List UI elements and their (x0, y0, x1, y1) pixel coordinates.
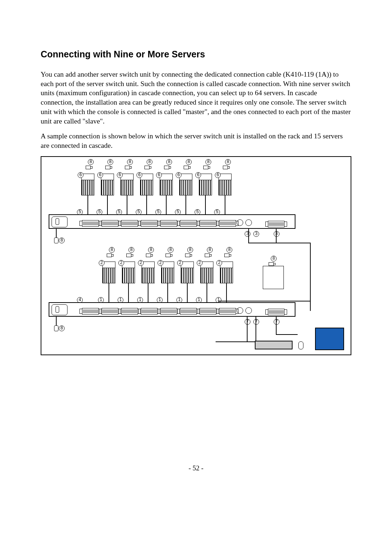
cable-line (219, 301, 219, 303)
callout-8: 8 (207, 247, 213, 253)
callout-8: 8 (59, 325, 65, 331)
port-icon (82, 220, 99, 227)
power-socket-icon (52, 304, 68, 315)
callout-2: 2 (216, 260, 222, 266)
cable-line (128, 283, 129, 302)
port-icon (160, 308, 177, 315)
cable-line (166, 195, 167, 214)
callout-2: 2 (197, 260, 203, 266)
cable-line (187, 283, 188, 302)
port-icon (102, 308, 118, 315)
master-switch-unit (49, 302, 295, 317)
ps2-port-icon (245, 219, 252, 226)
ps2-port-icon (237, 219, 243, 226)
callout-2: 2 (99, 260, 105, 266)
callout-3: 3 (245, 231, 250, 237)
callout-8: 8 (128, 247, 134, 253)
cable-line (56, 317, 57, 325)
ps2-port-icon (245, 307, 252, 314)
port-icon (121, 308, 138, 315)
plug-icon (164, 166, 169, 169)
cable-line (87, 195, 88, 214)
plug-icon (86, 166, 91, 169)
plug-icon (107, 254, 112, 257)
callout-8: 8 (59, 238, 65, 243)
document-page: Connecting with Nine or More Servers You… (0, 0, 392, 494)
paragraph-1: You can add another server switch unit b… (41, 70, 351, 126)
cable-line (276, 317, 277, 335)
port-icon (180, 308, 197, 315)
slave-switch-unit (49, 214, 295, 229)
callout-8: 8 (107, 159, 113, 165)
cable-line (276, 334, 298, 335)
callout-2: 2 (177, 260, 183, 266)
cable-line (226, 283, 227, 302)
callout-3: 3 (274, 231, 279, 237)
callout-2: 2 (158, 260, 163, 266)
cable-line (216, 341, 256, 342)
ps2-port-icon (237, 307, 243, 314)
plug-icon (126, 254, 131, 257)
keyboard-icon (255, 341, 293, 349)
port-icon (200, 220, 216, 227)
cable-line (205, 195, 206, 214)
cable-line (127, 195, 127, 214)
port-icon (160, 220, 177, 227)
port-icon (268, 309, 285, 315)
plug-icon (269, 262, 274, 266)
callout-7: 7 (274, 319, 279, 325)
mouse-icon (298, 341, 303, 349)
callout-8: 8 (187, 247, 193, 253)
callout-8: 8 (186, 159, 192, 165)
port-icon (141, 308, 158, 315)
port-icon (219, 308, 236, 315)
cable-line (167, 283, 168, 302)
cable-line (109, 283, 109, 302)
console-area (234, 304, 293, 315)
cable-line (248, 243, 311, 243)
callout-8: 8 (148, 247, 154, 253)
cable-line (107, 195, 108, 214)
callout-8: 8 (168, 247, 173, 253)
plug-icon (144, 166, 150, 169)
callout-2: 2 (138, 260, 144, 266)
port-icon (200, 308, 216, 315)
callout-6: 6 (215, 172, 221, 178)
callout-8: 8 (271, 256, 277, 262)
callout-8: 8 (147, 159, 152, 165)
callout-2: 2 (118, 260, 124, 266)
component-box (263, 266, 284, 289)
plug-icon (203, 166, 208, 169)
plug-icon (224, 254, 229, 257)
cascade-connection-diagram: 8 8 8 8 8 8 8 8 6 6 6 6 6 6 6 6 5 5 5 5 … (41, 156, 351, 355)
plug-icon (125, 166, 130, 169)
callout-8: 8 (88, 159, 94, 165)
port-icon (268, 221, 285, 227)
port-icon (82, 308, 99, 315)
callout-6: 6 (117, 172, 123, 178)
cable-line (225, 195, 225, 214)
port-icon (102, 220, 118, 227)
plug-icon (223, 166, 228, 169)
cable-line (148, 283, 148, 302)
port-icon (141, 220, 158, 227)
monitor-icon (315, 328, 344, 350)
plug-icon (105, 166, 110, 169)
cable-line (56, 229, 57, 238)
callout-6: 6 (78, 172, 83, 178)
cable-line (207, 283, 207, 302)
callout-7: 7 (245, 319, 250, 325)
cable-line (146, 195, 147, 214)
ac-plug-icon (54, 325, 58, 331)
callout-8: 8 (225, 159, 231, 165)
plug-icon (185, 254, 190, 257)
callout-6: 6 (136, 172, 142, 178)
callout-8: 8 (127, 159, 133, 165)
callout-6: 6 (156, 172, 162, 178)
port-icon (180, 220, 197, 227)
plug-icon (146, 254, 151, 257)
cable-line (219, 301, 311, 301)
callout-6: 6 (195, 172, 201, 178)
callout-8: 8 (226, 247, 232, 253)
port-icon (121, 220, 138, 227)
